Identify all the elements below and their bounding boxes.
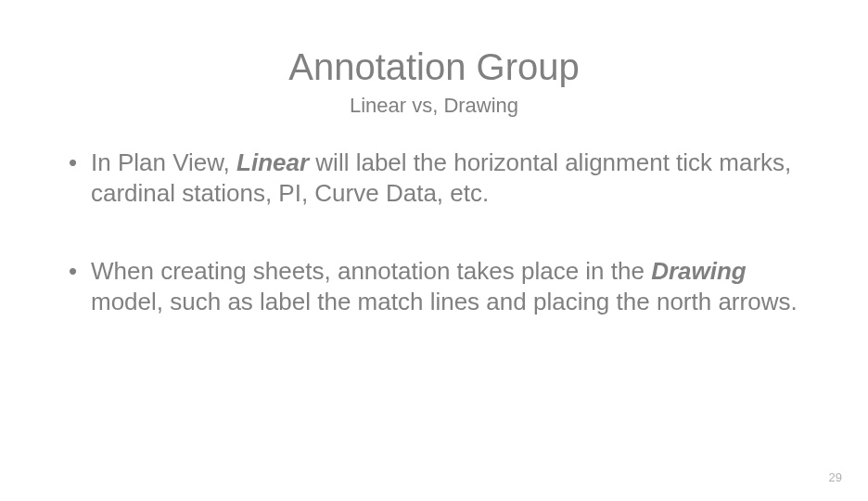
bullet-text-pre: In Plan View, — [91, 148, 236, 176]
list-item: In Plan View, Linear will label the hori… — [65, 148, 803, 208]
bullet-text-emph: Drawing — [651, 257, 747, 285]
slide-subtitle: Linear vs, Drawing — [65, 94, 803, 118]
list-item: When creating sheets, annotation takes p… — [65, 256, 803, 316]
slide: Annotation Group Linear vs, Drawing In P… — [0, 0, 868, 501]
bullet-text-post: model, such as label the match lines and… — [91, 288, 798, 315]
page-number: 29 — [829, 470, 842, 484]
slide-title: Annotation Group — [65, 46, 803, 88]
bullet-text-emph: Linear — [236, 148, 309, 176]
bullet-text-pre: When creating sheets, annotation takes p… — [91, 257, 651, 285]
bullet-list: In Plan View, Linear will label the hori… — [65, 148, 803, 316]
